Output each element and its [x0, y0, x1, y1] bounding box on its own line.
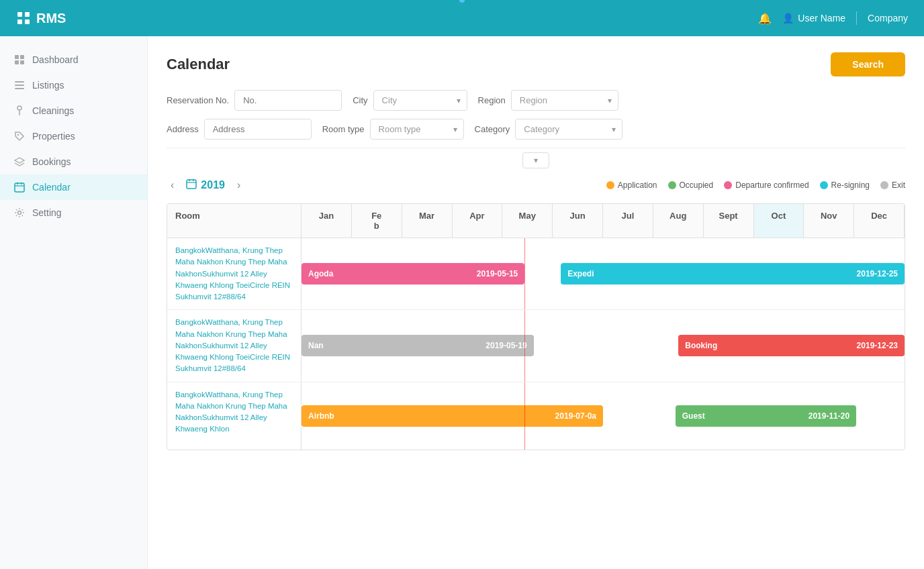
legend-departure-dot [724, 181, 732, 189]
calendar-legend: Application Occupied Departure confirmed… [606, 180, 905, 190]
booking-bar-expedi[interactable]: Expedi 2019-12-25 [561, 263, 905, 284]
booking-bar-airbnb[interactable]: Airbnb 2019-07-0a [302, 405, 603, 427]
col-sept: Sept [704, 204, 754, 238]
city-label: City [353, 95, 367, 105]
category-label: Category [475, 124, 510, 134]
svg-rect-7 [20, 60, 24, 64]
sidebar-item-calendar[interactable]: Calendar [0, 174, 147, 200]
app-logo: RMS [16, 11, 66, 26]
calendar-icon-small [186, 178, 197, 192]
address-input[interactable] [204, 119, 312, 140]
room-3: BangkokWatthana, Krung Thep Maha Nakhon … [167, 382, 302, 450]
col-jan: Jan [302, 204, 352, 238]
svg-rect-9 [15, 85, 24, 86]
company-label: Company [868, 13, 908, 23]
sidebar-label-bookings: Bookings [32, 156, 71, 167]
col-jul: Jul [603, 204, 653, 238]
sidebar-label-properties: Properties [32, 131, 75, 142]
col-feb: Feb [352, 204, 402, 238]
sidebar-label-dashboard: Dashboard [32, 54, 79, 65]
room-col-header: Room [167, 204, 302, 238]
address-label: Address [167, 124, 199, 134]
svg-rect-14 [15, 183, 24, 192]
grid-icon [13, 54, 26, 66]
list-icon [13, 79, 26, 91]
search-button[interactable]: Search [831, 52, 905, 76]
row-2-bookings: Nan 2019-05-19 Booking 2019-12-23 [302, 310, 905, 381]
svg-rect-4 [15, 55, 19, 59]
region-filter: Region Region [478, 90, 618, 111]
booking-bar-guest[interactable]: Guest 2019-11-20 [676, 405, 856, 427]
filter-row-1: Reservation No. City City Region Region [167, 90, 905, 111]
svg-rect-8 [15, 81, 24, 83]
sidebar-label-listings: Listings [32, 80, 64, 91]
svg-rect-2 [17, 19, 22, 24]
legend-exit-dot [880, 181, 888, 189]
reservation-input[interactable] [234, 90, 342, 111]
svg-rect-6 [15, 60, 19, 64]
sidebar-label-calendar: Calendar [32, 182, 71, 193]
sidebar-item-setting[interactable]: Setting [0, 200, 147, 225]
legend-exit: Exit [880, 180, 905, 190]
calendar-grid-header: Room Jan Feb Mar Apr May Jun Jul Aug Sep… [167, 204, 905, 238]
svg-point-18 [18, 211, 21, 215]
sidebar-item-bookings[interactable]: Bookings [0, 149, 147, 174]
region-select[interactable]: Region [511, 90, 618, 111]
broom-icon [13, 105, 26, 117]
svg-rect-1 [25, 12, 30, 17]
table-row: BangkokWatthana, Krung Thep Maha Nakhon … [167, 238, 905, 310]
next-year-button[interactable]: › [233, 178, 244, 193]
today-line [524, 238, 525, 309]
calendar-grid: Room Jan Feb Mar Apr May Jun Jul Aug Sep… [167, 203, 905, 450]
table-row: BangkokWatthana, Krung Thep Maha Nakhon … [167, 382, 905, 450]
booking-bar-nan[interactable]: Nan 2019-05-19 [302, 335, 534, 356]
sidebar-item-cleanings[interactable]: Cleanings [0, 98, 147, 123]
sidebar: Dashboard Listings Cleanings [0, 36, 148, 569]
reservation-label: Reservation No. [167, 95, 229, 105]
category-select-wrapper: Category [515, 119, 622, 140]
tag-icon [13, 130, 26, 142]
sidebar-item-listings[interactable]: Listings [0, 72, 147, 98]
sidebar-item-properties[interactable]: Properties [0, 123, 147, 149]
notification-icon[interactable]: 🔔 [758, 12, 772, 25]
address-filter: Address [167, 119, 312, 140]
city-select[interactable]: City [373, 90, 467, 111]
user-menu[interactable]: 👤 User Name [782, 13, 845, 23]
prev-year-button[interactable]: ‹ [167, 178, 178, 193]
legend-occupied: Occupied [668, 180, 714, 190]
app-layout: Dashboard Listings Cleanings [0, 36, 924, 569]
room-2: BangkokWatthana, Krung Thep Maha Nakhon … [167, 310, 302, 381]
svg-point-11 [17, 106, 21, 110]
page-title: Calendar [167, 56, 230, 73]
svg-rect-0 [17, 12, 22, 17]
sidebar-item-dashboard[interactable]: Dashboard [0, 47, 147, 72]
filter-row-2: Address Room type Room type Category Cat… [167, 119, 905, 140]
legend-application-dot [606, 181, 614, 189]
nav-divider [856, 11, 857, 25]
region-label: Region [478, 95, 506, 105]
today-line-2 [524, 310, 525, 381]
region-select-wrapper: Region [511, 90, 618, 111]
booking-bar-agoda[interactable]: Agoda 2019-05-15 [302, 263, 524, 284]
city-select-wrapper: City [373, 90, 467, 111]
booking-bar-booking[interactable]: Booking 2019-12-23 [678, 335, 905, 356]
calendar-header: ‹ 2019 › Application [167, 178, 905, 193]
col-may: May [502, 204, 553, 238]
col-dec: Dec [854, 204, 905, 238]
gear-icon [13, 207, 26, 219]
legend-resigning-dot [820, 181, 828, 189]
roomtype-select[interactable]: Room type [370, 119, 464, 140]
legend-resigning: Re-signing [820, 180, 870, 190]
room-1: BangkokWatthana, Krung Thep Maha Nakhon … [167, 238, 302, 309]
col-oct: Oct [754, 204, 804, 238]
legend-occupied-dot [668, 181, 676, 189]
expand-filters-button[interactable]: ▾ [522, 152, 549, 168]
col-mar: Mar [402, 204, 453, 238]
col-jun: Jun [553, 204, 603, 238]
sidebar-label-setting: Setting [32, 207, 62, 218]
layers-icon [13, 156, 26, 168]
roomtype-select-wrapper: Room type [370, 119, 464, 140]
category-select[interactable]: Category [515, 119, 622, 140]
col-nov: Nov [804, 204, 854, 238]
sidebar-label-cleanings: Cleanings [32, 105, 74, 116]
